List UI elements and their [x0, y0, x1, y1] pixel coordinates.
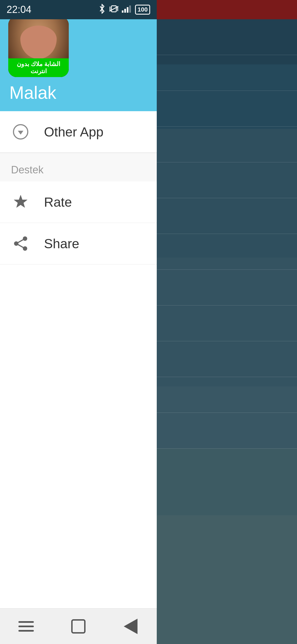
- app-icon: [8, 17, 69, 77]
- svg-marker-10: [14, 195, 27, 208]
- panel-row-7: [157, 234, 297, 270]
- rate-menu-item[interactable]: Rate: [0, 181, 157, 223]
- signal-icon: [122, 5, 132, 15]
- svg-line-15: [16, 244, 25, 249]
- share-label: Share: [44, 236, 79, 251]
- bluetooth-icon: [98, 4, 106, 16]
- other-app-label: Other App: [44, 124, 103, 140]
- status-bar: 22:04 100: [0, 0, 157, 19]
- back-triangle-icon: [124, 619, 138, 634]
- panel-row-1: [157, 19, 297, 55]
- navigation-bar: [0, 608, 157, 644]
- panel-row-3: [157, 91, 297, 127]
- panel-row-9: [157, 305, 297, 341]
- menu-nav-button[interactable]: [12, 615, 40, 637]
- status-time: 22:04: [7, 4, 31, 15]
- other-app-menu-item[interactable]: Other App: [0, 111, 157, 153]
- app-icon-face: [8, 17, 69, 77]
- battery-indicator: 100: [135, 5, 150, 15]
- section-title: Destek: [11, 164, 43, 176]
- svg-rect-6: [127, 7, 128, 13]
- back-nav-button[interactable]: [117, 615, 144, 637]
- navigation-drawer: Malak Other App Destek Rat: [0, 0, 157, 644]
- panel-row-8: [157, 270, 297, 305]
- svg-line-3: [109, 6, 118, 11]
- share-menu-item[interactable]: Share: [0, 223, 157, 264]
- app-name: Malak: [8, 83, 148, 103]
- drawer-body: Other App Destek Rate: [0, 111, 157, 644]
- panel-row-11: [157, 377, 297, 413]
- home-square-icon: [71, 619, 86, 634]
- panel-row-2: [157, 55, 297, 91]
- svg-marker-9: [18, 131, 23, 135]
- down-circle-icon: [11, 122, 30, 141]
- right-content-panels: [157, 19, 297, 644]
- svg-rect-4: [122, 10, 123, 13]
- panel-row-4: [157, 127, 297, 162]
- star-icon: [11, 192, 30, 212]
- vibrate-icon: [109, 4, 119, 15]
- svg-line-14: [16, 239, 25, 244]
- home-nav-button[interactable]: [65, 615, 92, 637]
- panel-row-5: [157, 162, 297, 198]
- panel-row-12: [157, 413, 297, 449]
- section-header-destek: Destek: [0, 153, 157, 181]
- panel-row-6: [157, 198, 297, 234]
- hamburger-icon: [18, 621, 34, 632]
- right-status-bar: [157, 0, 297, 19]
- svg-rect-5: [124, 9, 126, 13]
- rate-label: Rate: [44, 195, 72, 210]
- drawer-header-top: [8, 17, 148, 77]
- share-icon: [11, 234, 30, 253]
- svg-rect-7: [129, 6, 131, 13]
- status-icons: 100: [98, 4, 150, 16]
- panel-row-10: [157, 341, 297, 377]
